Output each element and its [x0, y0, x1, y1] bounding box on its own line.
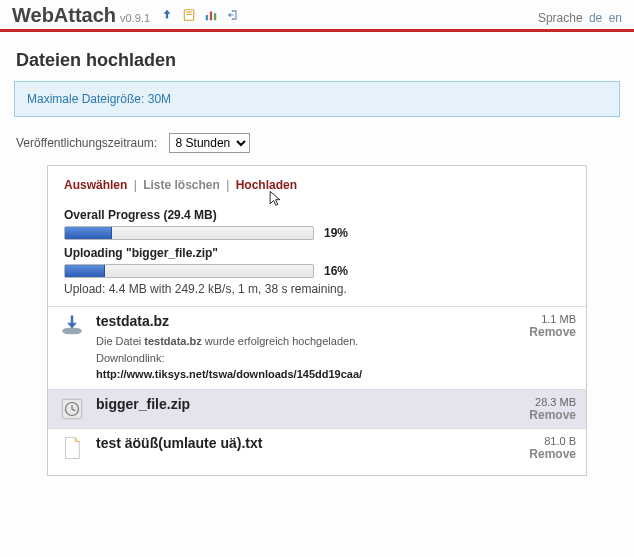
page-icon[interactable] — [182, 8, 196, 22]
app-version: v0.9.1 — [120, 12, 150, 24]
file-size: 81.0 B — [506, 435, 576, 447]
chart-icon[interactable] — [204, 8, 218, 22]
language-switch: Sprache de en — [538, 11, 622, 25]
current-progress-bar — [64, 264, 314, 278]
file-size: 1.1 MB — [506, 313, 576, 325]
page-title: Dateien hochladen — [16, 50, 620, 71]
file-name: bigger_file.zip — [96, 396, 496, 412]
overall-progress-fill — [65, 227, 112, 239]
file-name: test äöüß(umlaute uä).txt — [96, 435, 496, 451]
content: Dateien hochladen Maximale Dateigröße: 3… — [0, 32, 634, 494]
file-size: 28.3 MB — [506, 396, 576, 408]
topbar: WebAttach v0.9.1 Sprache de en — [0, 0, 634, 32]
download-complete-icon — [58, 313, 86, 339]
uploading-clock-icon — [58, 396, 86, 422]
action-row: Auswählen | Liste löschen | Hochladen — [48, 178, 586, 198]
current-progress-label: Uploading "bigger_file.zip" — [64, 246, 570, 260]
document-icon — [58, 435, 86, 461]
file-row: testdata.bz Die Datei testdata.bz wurde … — [48, 306, 586, 389]
overall-progress-bar — [64, 226, 314, 240]
lang-de[interactable]: de — [589, 11, 602, 25]
language-label: Sprache — [538, 11, 583, 25]
file-row: test äöüß(umlaute uä).txt 81.0 B Remove — [48, 428, 586, 467]
remove-button[interactable]: Remove — [506, 447, 576, 461]
current-progress-fill — [65, 265, 105, 277]
info-box: Maximale Dateigröße: 30M — [14, 81, 620, 117]
top-icons — [160, 8, 240, 22]
file-success-message: Die Datei testdata.bz wurde erfolgreich … — [96, 333, 496, 383]
svg-rect-4 — [210, 12, 212, 21]
download-link[interactable]: http://www.tiksys.net/tswa/downloads/145… — [96, 368, 362, 380]
progress-block: Overall Progress (29.4 MB) 19% Uploading… — [48, 198, 586, 306]
upload-arrow-icon[interactable] — [160, 8, 174, 22]
clear-list-link[interactable]: Liste löschen — [143, 178, 220, 192]
file-name: testdata.bz — [96, 313, 496, 329]
logout-icon[interactable] — [226, 8, 240, 22]
overall-progress-pct: 19% — [324, 226, 348, 240]
upload-link[interactable]: Hochladen — [236, 178, 297, 192]
svg-rect-5 — [214, 13, 216, 20]
remove-button[interactable]: Remove — [506, 325, 576, 339]
remove-button[interactable]: Remove — [506, 408, 576, 422]
file-row: bigger_file.zip 28.3 MB Remove — [48, 389, 586, 428]
publish-duration-label: Veröffentlichungszeitraum: — [16, 136, 157, 150]
upload-panel: Auswählen | Liste löschen | Hochladen Ov… — [47, 165, 587, 476]
current-progress-pct: 16% — [324, 264, 348, 278]
app-title: WebAttach — [12, 4, 116, 27]
publish-duration-select[interactable]: 8 Stunden — [169, 133, 250, 153]
overall-progress-label: Overall Progress (29.4 MB) — [64, 208, 570, 222]
lang-en[interactable]: en — [609, 11, 622, 25]
upload-detail-text: Upload: 4.4 MB with 249.2 kB/s, 1 m, 38 … — [64, 282, 570, 296]
svg-rect-1 — [186, 12, 192, 13]
select-files-link[interactable]: Auswählen — [64, 178, 127, 192]
svg-rect-3 — [206, 15, 208, 20]
svg-rect-2 — [186, 14, 192, 15]
publish-duration-row: Veröffentlichungszeitraum: 8 Stunden — [16, 133, 620, 153]
